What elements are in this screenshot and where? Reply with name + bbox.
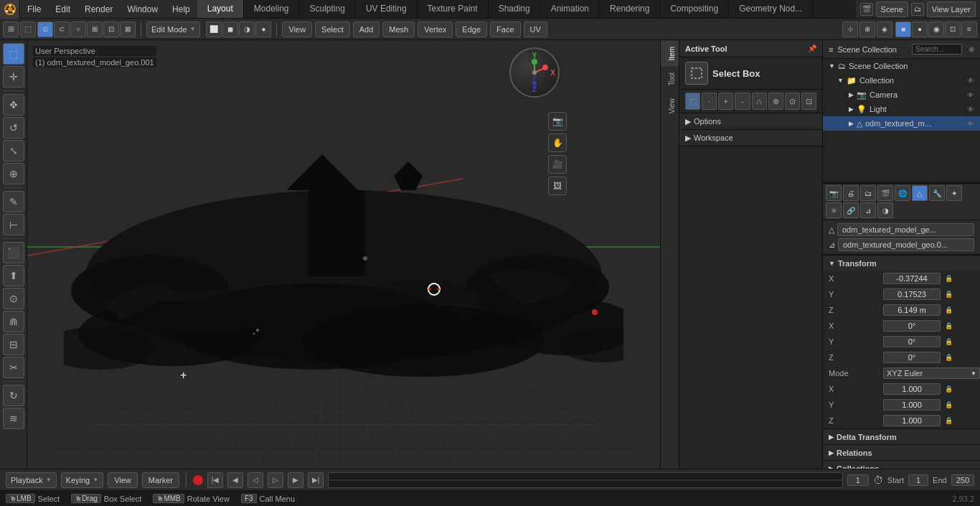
prop-icon-modifier[interactable]: 🔧	[929, 185, 945, 201]
edit-mode-selector[interactable]: Edit Mode ▼	[146, 22, 200, 37]
playback-mode-selector[interactable]: Playback ▼	[6, 472, 57, 488]
location-y-field[interactable]	[883, 289, 941, 300]
select-lasso-btn[interactable]: ⊂	[54, 22, 70, 37]
location-z-lock[interactable]: 🔒	[945, 306, 953, 314]
outline-scene-collection[interactable]: ▼ 🗂 Scene Collection	[823, 59, 980, 73]
select-box-icon[interactable]: ⬚	[20, 22, 36, 37]
tool-mode-inv[interactable]: ⊕	[768, 93, 783, 110]
viewport-area[interactable]: User Perspective (1) odm_textured_model_…	[27, 40, 660, 469]
prop-icon-particles[interactable]: ✦	[946, 185, 962, 201]
options-section-header[interactable]: ▶ Options	[679, 113, 822, 129]
object-name-field[interactable]: odm_textured_model_ge...	[837, 223, 974, 236]
prop-icon-physics[interactable]: ⚛	[826, 202, 842, 218]
select-chess-btn[interactable]: ⊞	[87, 22, 103, 37]
wireframe-btn[interactable]: ⬜	[206, 22, 222, 37]
viewlayer-selector[interactable]: View Layer	[927, 1, 976, 17]
scale-z-field[interactable]	[883, 415, 941, 426]
solid-btn[interactable]: ◼	[222, 22, 238, 37]
gizmo-x-axis[interactable]: X	[550, 69, 555, 77]
scene-selector[interactable]: Scene	[876, 1, 908, 17]
tool-measure[interactable]: ⊢	[3, 214, 24, 235]
tool-loop-cut[interactable]: ⊟	[3, 334, 24, 355]
gizmo-widget[interactable]: X Y Z	[509, 47, 567, 105]
relations-header[interactable]: ▶ Relations	[823, 444, 980, 460]
select-dot-btn[interactable]: ⊙	[37, 22, 53, 37]
menu-help[interactable]: Help	[165, 0, 197, 19]
scale-x-field[interactable]	[883, 383, 941, 395]
tab-modeling[interactable]: Modeling	[244, 0, 300, 18]
menu-window[interactable]: Window	[120, 0, 165, 19]
scale-x-lock[interactable]: 🔒	[945, 385, 953, 393]
prop-icon-material[interactable]: ◑	[877, 202, 893, 218]
tool-extrude[interactable]: ⬆	[3, 265, 24, 286]
outline-camera[interactable]: ▶ 📷 Camera 👁	[823, 88, 980, 102]
prop-icon-render[interactable]: 📷	[826, 185, 842, 201]
location-x-lock[interactable]: 🔒	[945, 275, 953, 282]
gizmo-y-axis[interactable]: Y	[532, 52, 537, 60]
rotation-x-field[interactable]	[883, 320, 941, 332]
tool-spin[interactable]: ↻	[3, 385, 24, 406]
face-btn[interactable]: Face	[490, 22, 520, 37]
tab-geometry-nodes[interactable]: Geometry Nod...	[729, 0, 813, 18]
collection-visibility[interactable]: 👁	[967, 77, 974, 85]
rotation-y-lock[interactable]: 🔒	[945, 338, 953, 345]
tool-smooth[interactable]: ≋	[3, 408, 24, 429]
tool-rotate[interactable]: ↺	[3, 117, 24, 139]
tab-shading[interactable]: Shading	[489, 0, 541, 18]
prop-icon-scene[interactable]: 🎬	[877, 185, 893, 201]
location-y-lock[interactable]: 🔒	[945, 291, 953, 298]
prop-icon-world[interactable]: 🌐	[895, 185, 910, 201]
location-x-field[interactable]	[883, 273, 941, 284]
frame-counter[interactable]: 1	[847, 474, 869, 486]
end-field[interactable]: 250	[951, 474, 974, 486]
workspace-section-header[interactable]: ▶ Workspace	[679, 130, 822, 146]
mesh-btn[interactable]: Mesh	[382, 22, 415, 37]
tab-uv-editing[interactable]: UV Editing	[356, 0, 418, 18]
outline-collection[interactable]: ▼ 📁 Collection 👁	[823, 73, 980, 88]
jump-start-btn[interactable]: |◀	[207, 472, 223, 488]
tool-knife[interactable]: ✂	[3, 357, 24, 378]
tab-rendering[interactable]: Rendering	[600, 0, 660, 18]
delta-transform-header[interactable]: ▶ Delta Transform	[823, 428, 980, 444]
uv-btn[interactable]: UV	[524, 22, 547, 37]
n-tab-item[interactable]: Item	[661, 40, 679, 66]
prop-icon-constraints[interactable]: 🔗	[843, 202, 859, 218]
viewport-overlay-btn[interactable]: ⊕	[859, 22, 875, 37]
tab-sculpting[interactable]: Sculpting	[300, 0, 356, 18]
outline-light[interactable]: ▶ 💡 Light 👁	[823, 102, 980, 116]
vp-icon-photo[interactable]: 🖼	[548, 177, 567, 195]
select-circle-btn[interactable]: ○	[70, 22, 86, 37]
transform-section-header[interactable]: ▼ Transform	[823, 255, 980, 271]
object-data-field[interactable]: odm_textured_model_geo.0...	[838, 238, 974, 251]
rotation-y-field[interactable]	[883, 336, 941, 347]
tool-transform[interactable]: ⊕	[3, 163, 24, 184]
scale-y-lock[interactable]: 🔒	[945, 401, 953, 408]
timeline-scrubber[interactable]	[328, 472, 843, 488]
collections-header[interactable]: ▶ Collections	[823, 460, 980, 469]
tab-animation[interactable]: Animation	[541, 0, 600, 18]
n-tab-tool[interactable]: Tool	[661, 66, 679, 91]
viewport-xray-btn[interactable]: ◈	[877, 22, 892, 37]
editor-type-btn[interactable]: ⊞	[3, 22, 19, 37]
shading-extra2-btn[interactable]: ≡	[961, 22, 977, 37]
vp-icon-film[interactable]: 🎥	[548, 155, 567, 174]
material-btn[interactable]: ◑	[239, 22, 255, 37]
outliner-filter[interactable]: ⊕	[969, 45, 974, 53]
shading-render-btn[interactable]: ◉	[928, 22, 944, 37]
tab-layout[interactable]: Layout	[197, 0, 244, 18]
vp-icon-camera[interactable]: 📷	[548, 112, 567, 131]
step-fwd-btn[interactable]: ▶	[288, 472, 303, 488]
tab-texture-paint[interactable]: Texture Paint	[418, 0, 489, 18]
vp-icon-hand[interactable]: ✋	[548, 133, 567, 152]
shading-matcap-btn[interactable]: ●	[912, 22, 928, 37]
keying-selector[interactable]: Keying ▼	[61, 472, 104, 488]
prop-icon-object[interactable]: △	[912, 185, 928, 201]
camera-visibility[interactable]: 👁	[967, 91, 974, 99]
outliner-search[interactable]	[912, 44, 962, 55]
tool-add-cube[interactable]: ⬛	[3, 242, 24, 263]
gizmo-sphere[interactable]: X Y Z	[509, 47, 560, 98]
rotation-z-field[interactable]	[883, 352, 941, 363]
play-btn[interactable]: ▷	[268, 472, 283, 488]
rotation-x-lock[interactable]: 🔒	[945, 322, 953, 329]
viewport-gizmo-btn[interactable]: ⊹	[842, 22, 858, 37]
